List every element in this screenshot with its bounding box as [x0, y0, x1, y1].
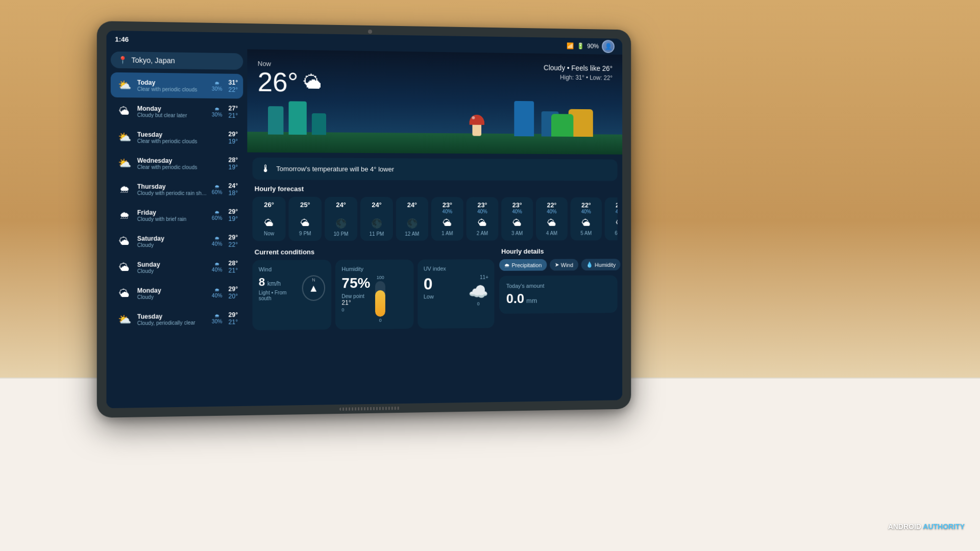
sidebar[interactable]: 📍 Tokyo, Japan ⛅ Today Clear with period… [107, 47, 248, 409]
day-item-3[interactable]: ⛅ Wednesday Clear with periodic clouds 2… [111, 151, 243, 176]
uv-values: 0 Low [424, 274, 434, 299]
building-4 [514, 101, 534, 136]
day-precip-1: 🌧30% [212, 106, 222, 117]
hour-precip-4 [401, 209, 424, 216]
hour-label-2: 10 PM [330, 231, 352, 237]
hour-temp-3: 24° [365, 201, 388, 209]
humidity-bar-wrap: 100 0 [375, 275, 385, 323]
day-item-0[interactable]: ⛅ Today Clear with periodic clouds 🌧30% … [111, 72, 243, 99]
day-name-2: Tuesday [137, 131, 206, 138]
compass-n: N [312, 278, 315, 283]
humidity-value: 75% [341, 275, 370, 291]
day-precip-5: 🌧60% [212, 210, 222, 221]
hour-item-6[interactable]: 23° 40% 🌥 2 AM [467, 197, 499, 240]
day-item-6[interactable]: 🌥 Saturday Cloudy 🌧40% 29° 22° [111, 229, 243, 254]
day-desc-8: Cloudy [137, 293, 208, 299]
uv-icon: ☁️ [469, 282, 488, 302]
humidity-max: 100 [377, 275, 384, 280]
mushroom [470, 115, 484, 136]
wind-tab-label: Wind [561, 262, 573, 268]
temp-low-6: 22° [229, 241, 238, 248]
day-icon-8: 🌥 [116, 285, 133, 302]
hourly-title: Hourly forecast [253, 185, 618, 193]
day-icon-1: 🌥 [116, 103, 133, 119]
wind-speed: 8 [259, 276, 265, 288]
hour-temp-5: 23° [436, 201, 458, 209]
day-info-8: Monday Cloudy [137, 286, 208, 299]
hourly-details-title: Hourly details [499, 247, 617, 255]
conditions-title: Current conditions [253, 247, 495, 256]
humidity-title: Humidity [341, 266, 407, 272]
day-info-0: Today Clear with periodic clouds [137, 79, 208, 92]
day-temps-2: 29° 19° [229, 131, 238, 145]
temp-high-8: 29° [229, 285, 238, 292]
day-item-4[interactable]: 🌧 Thursday Cloudy with periodic rain sho… [111, 177, 243, 202]
bottom-section: Current conditions Wind 8 km/h [253, 247, 618, 330]
precip-icon-9: 🌧 [214, 313, 219, 318]
day-name-7: Sunday [137, 261, 208, 268]
temp-low-9: 21° [229, 318, 238, 325]
hour-precip-6: 40% [471, 209, 493, 216]
tab-precipitation[interactable]: 🌧 Precipitation [499, 259, 547, 271]
day-item-2[interactable]: ⛅ Tuesday Clear with periodic clouds 29°… [111, 124, 243, 151]
day-item-7[interactable]: 🌥 Sunday Cloudy 🌧40% 28° 21° [111, 255, 243, 280]
hour-item-3[interactable]: 24° 🌑 11 PM [360, 197, 393, 241]
day-name-9: Tuesday [137, 312, 208, 320]
status-time: 1:46 [115, 35, 129, 43]
temp-high-1: 27° [229, 105, 238, 112]
day-desc-9: Cloudy, periodically clear [137, 319, 208, 325]
day-desc-2: Clear with periodic clouds [137, 138, 206, 144]
wind-unit: km/h [267, 280, 281, 287]
day-item-1[interactable]: 🌥 Monday Cloudy but clear later 🌧30% 27°… [111, 98, 243, 124]
humidity-values: 75% Dew point 21° 0 [341, 275, 370, 312]
precip-icon-4: 🌧 [214, 184, 219, 189]
hour-item-7[interactable]: 23° 40% 🌥 3 AM [501, 197, 533, 240]
day-item-9[interactable]: ⛅ Tuesday Cloudy, periodically clear 🌧30… [111, 306, 243, 332]
wind-title: Wind [259, 266, 326, 272]
device-wrapper: 1:46 📶 🔋 90% 👤 📍 Tokyo, Japan [97, 21, 631, 418]
day-icon-3: ⛅ [116, 155, 133, 171]
precip-tab-icon: 🌧 [504, 262, 510, 268]
day-item-8[interactable]: 🌥 Monday Cloudy 🌧40% 29° 20° [111, 280, 243, 306]
day-item-5[interactable]: 🌧 Friday Cloudy with brief rain 🌧60% 29°… [111, 203, 243, 228]
location-bar[interactable]: 📍 Tokyo, Japan [111, 52, 243, 70]
uv-value: 0 [424, 274, 434, 293]
day-precip-9: 🌧30% [212, 313, 222, 324]
weather-panel: Now 26° 🌥 Cloudy • Feels like 26° High: … [247, 49, 622, 406]
uv-right: 11+ ☁️ 0 [469, 274, 488, 307]
hour-item-10[interactable]: 22° 40% 🌥 6 AM [605, 197, 618, 240]
details-tabs[interactable]: 🌧 Precipitation ➤ Wind 💧 [499, 259, 617, 271]
compass-arrow: ▲ [308, 282, 318, 294]
humidity-tab-icon: 💧 [586, 261, 593, 268]
battery-icon: 🔋 [577, 42, 584, 49]
day-info-7: Sunday Cloudy [137, 261, 208, 274]
uv-title: UV index [424, 265, 488, 271]
humidity-inner: 75% Dew point 21° 0 100 [341, 275, 407, 323]
hour-item-0[interactable]: 26° 🌥 Now [253, 197, 286, 241]
hour-item-9[interactable]: 22° 40% 🌥 5 AM [571, 197, 602, 241]
hourly-forecast[interactable]: 26° 🌥 Now 25° 🌥 9 PM 24° 🌑 10 PM 24° 🌑 1… [253, 197, 618, 243]
hour-icon-4: 🌑 [401, 218, 424, 229]
avatar[interactable]: 👤 [602, 40, 615, 53]
hour-item-5[interactable]: 23° 40% 🌥 1 AM [431, 197, 463, 241]
day-precip-0: 🌧30% [212, 80, 222, 92]
hour-temp-9: 22° [575, 202, 597, 209]
precip-val-9: 30% [212, 318, 222, 324]
hour-item-1[interactable]: 25° 🌥 9 PM [288, 197, 321, 241]
hour-item-8[interactable]: 22° 40% 🌥 4 AM [536, 197, 568, 241]
precip-icon-6: 🌧 [214, 235, 219, 241]
hour-icon-8: 🌥 [541, 218, 562, 229]
day-desc-0: Clear with periodic clouds [137, 86, 208, 92]
hour-precip-3 [365, 209, 388, 216]
day-icon-6: 🌥 [116, 233, 133, 250]
hour-label-7: 3 AM [506, 231, 528, 236]
hour-item-2[interactable]: 24° 🌑 10 PM [325, 197, 357, 241]
day-precip-8: 🌧40% [212, 287, 222, 298]
tab-wind[interactable]: ➤ Wind [550, 259, 578, 271]
tab-humidity[interactable]: 💧 Humidity [581, 259, 620, 270]
day-info-9: Tuesday Cloudy, periodically clear [137, 312, 208, 326]
uv-inner: 0 Low 11+ ☁️ 0 [424, 274, 488, 307]
hour-item-4[interactable]: 24° 🌑 12 AM [396, 197, 428, 241]
wind-tab-icon: ➤ [554, 262, 559, 268]
hour-temp-1: 25° [294, 201, 316, 209]
